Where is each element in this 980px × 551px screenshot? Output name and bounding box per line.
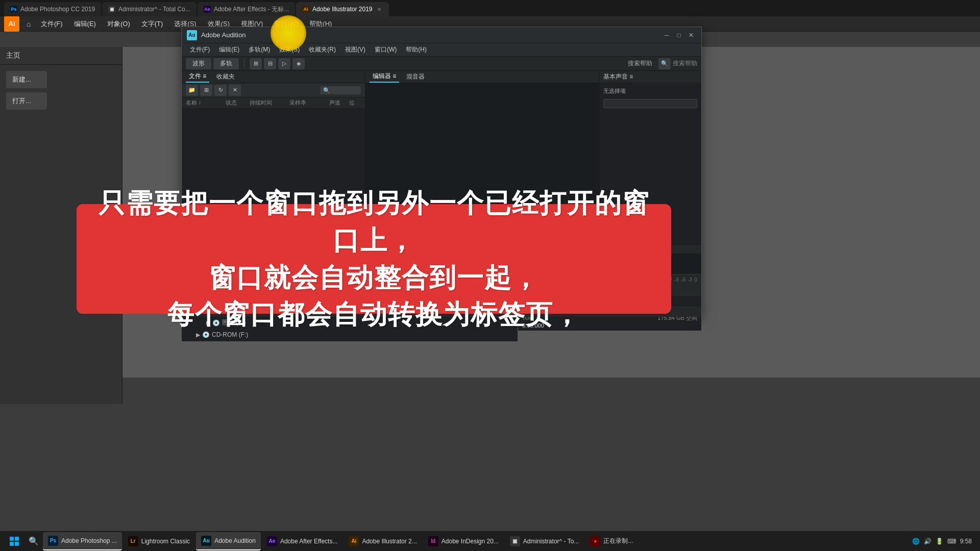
cursor-indicator <box>271 15 306 51</box>
ai-open-button[interactable]: 打开... <box>6 92 47 110</box>
taskbar-photoshop[interactable]: Ps Adobe Photoshop ... <box>43 532 122 550</box>
aud-menu-view[interactable]: 视图(V) <box>341 44 370 55</box>
aud-menu-multitrack[interactable]: 多轨(M) <box>244 44 274 55</box>
taskbar-ai-label: Adobe Illustrator 2... <box>362 538 416 545</box>
taskbar-ps-icon: Ps <box>48 536 58 546</box>
properties-subtitle: 无选择项 <box>603 87 697 95</box>
taskbar-audition[interactable]: Au Adobe Audition <box>196 532 261 550</box>
overlay-box: 只需要把一个窗口拖到另外一个已经打开的窗口上， 窗口就会自动整合到一起， 每个窗… <box>77 204 671 314</box>
ae-icon: Ae <box>204 6 211 13</box>
ai-panel-buttons: 新建... 打开... <box>0 65 122 116</box>
ai-tab-icon: Ai <box>302 6 309 13</box>
audition-toolbar: 波形 多轨 ⊞ ⊟ ▷ ◈ 搜索帮助 🔍 搜索帮助 <box>182 57 701 71</box>
tab-illustrator[interactable]: Ai Adobe Illustrator 2019 ✕ <box>296 2 388 16</box>
col-bits: 位 <box>349 99 361 107</box>
taskbar-recording[interactable]: ● 正在录制... <box>585 532 646 550</box>
taskbar-search-button[interactable]: 🔍 <box>24 532 43 550</box>
tab-close-btn[interactable]: ✕ <box>376 6 383 13</box>
ai-home-icon[interactable]: ⌂ <box>22 18 35 30</box>
aud-menu-window[interactable]: 窗口(W) <box>371 44 401 55</box>
toolbar-waveform[interactable]: 波形 <box>186 58 211 69</box>
taskbar-keyboard-icon: ⌨ <box>947 538 956 545</box>
toolbar-btn-1[interactable]: ⊞ <box>250 58 262 69</box>
taskbar-ps-label: Adobe Photoshop ... <box>61 537 117 544</box>
db-label-0: 0 <box>694 277 697 283</box>
taskbar-aftereffects[interactable]: Ae Adobe After Effects... <box>262 532 343 550</box>
toolbar-multitrack[interactable]: 多轨 <box>213 58 239 69</box>
favorites-tab[interactable]: 收藏夹 <box>213 71 238 82</box>
taskbar-time-value: 9:58 <box>960 538 972 545</box>
taskbar-apps: Ps Adobe Photoshop ... Lr Lightroom Clas… <box>43 532 912 550</box>
toolbar-label-left: 搜索帮助 <box>673 59 697 68</box>
ai-new-button[interactable]: 新建... <box>6 71 47 88</box>
maximize-button[interactable]: □ <box>674 30 684 40</box>
editor-tab[interactable]: 编辑器 ≡ <box>370 71 399 83</box>
tab-totalcmd[interactable]: ▣ Administrator^ - Total Co... <box>102 2 197 16</box>
taskbar-illustrator[interactable]: Ai Adobe Illustrator 2... <box>344 532 422 550</box>
toolbar-btn-4[interactable]: ◈ <box>292 58 305 69</box>
taskbar-lr-label: Lightroom Classic <box>141 538 190 545</box>
taskbar-totalcmd[interactable]: ▣ Administrator^ - To... <box>505 532 584 550</box>
properties-input[interactable] <box>603 99 697 108</box>
files-panel-tabs: 文件 ≡ 收藏夹 <box>182 71 365 83</box>
taskbar-au-label: Adobe Audition <box>214 537 256 544</box>
tab-totalcmd-label: Administrator^ - Total Co... <box>118 6 190 13</box>
col-channels: 声道 <box>329 99 349 107</box>
audition-menubar: 文件(F) 编辑(E) 多轨(M) 效果(S) 收藏夹(R) 视图(V) 窗口(… <box>182 43 701 57</box>
toolbar-btn-3[interactable]: ▷ <box>278 58 290 69</box>
windows-logo-icon <box>9 536 19 546</box>
overlay-text: 只需要把一个窗口拖到另外一个已经打开的窗口上， 窗口就会自动整合到一起， 每个窗… <box>97 185 651 333</box>
files-search-input[interactable] <box>320 86 361 94</box>
taskbar-rec-icon: ● <box>590 536 600 546</box>
minimize-button[interactable]: ─ <box>662 30 672 40</box>
aud-menu-edit[interactable]: 编辑(E) <box>215 44 243 55</box>
search-icon[interactable]: 🔍 <box>658 58 671 69</box>
properties-header: 基本声音 ≡ <box>599 71 701 83</box>
tab-photoshop[interactable]: Ps Adobe Photoshop CC 2019 <box>4 2 101 16</box>
browser-tab-bar: Ps Adobe Photoshop CC 2019 ▣ Administrat… <box>0 0 980 16</box>
close-button[interactable]: ✕ <box>686 30 696 40</box>
files-header: 名称 ↑ 状态 持续时间 采样率 声道 位 <box>182 97 365 109</box>
start-button[interactable] <box>4 531 24 552</box>
taskbar-indesign[interactable]: Id Adobe InDesign 20... <box>423 532 504 550</box>
files-btn-4[interactable]: ✕ <box>229 85 241 96</box>
aud-menu-favorites[interactable]: 收藏夹(R) <box>305 44 340 55</box>
totalcmd-icon: ▣ <box>108 6 115 13</box>
taskbar-battery-icon: 🔋 <box>936 538 943 545</box>
ai-logo: Ai <box>4 16 19 32</box>
svg-rect-0 <box>10 537 14 541</box>
toolbar-search-label: 搜索帮助 <box>628 59 652 68</box>
aud-menu-file[interactable]: 文件(F) <box>186 44 214 55</box>
taskbar-id-label: Adobe InDesign 20... <box>442 538 499 545</box>
svg-rect-1 <box>15 537 19 541</box>
db-label-neg6: -6 <box>681 277 685 283</box>
col-name: 名称 ↑ <box>186 99 226 107</box>
files-toolbar: 📁 ⊞ ↻ ✕ <box>182 83 365 97</box>
audition-logo: Au <box>187 30 197 40</box>
mixer-tab[interactable]: 混音器 <box>403 71 428 82</box>
editor-header: 编辑器 ≡ 混音器 <box>365 71 599 83</box>
col-samplerate: 采样率 <box>289 99 329 107</box>
tab-aftereffects-label: Adobe After Effects - 无标... <box>214 5 289 14</box>
toolbar-btn-2[interactable]: ⊟ <box>264 58 276 69</box>
files-btn-1[interactable]: 📁 <box>186 85 198 96</box>
ai-menu-edit[interactable]: 编辑(E) <box>69 18 101 30</box>
taskbar-lightroom[interactable]: Lr Lightroom Classic <box>123 532 195 550</box>
ai-menu-text[interactable]: 文字(T) <box>136 18 168 30</box>
aud-menu-help[interactable]: 帮助(H) <box>402 44 431 55</box>
taskbar-au-icon: Au <box>201 536 211 546</box>
files-btn-2[interactable]: ⊞ <box>200 85 212 96</box>
ai-menu-object[interactable]: 对象(O) <box>102 18 135 30</box>
taskbar-ae-icon: Ae <box>267 536 277 546</box>
taskbar-rec-label: 正在录制... <box>603 537 633 545</box>
files-tab[interactable]: 文件 ≡ <box>186 71 209 83</box>
files-btn-3[interactable]: ↻ <box>214 85 227 96</box>
tab-aftereffects[interactable]: Ae Adobe After Effects - 无标... <box>198 2 295 16</box>
properties-title: 基本声音 ≡ <box>603 72 633 81</box>
toolbar-separator <box>244 59 244 69</box>
taskbar-right: 🌐 🔊 🔋 ⌨ 9:58 <box>912 538 976 545</box>
files-search <box>243 86 361 94</box>
taskbar-totalcmd-label: Administrator^ - To... <box>523 538 579 545</box>
svg-rect-3 <box>15 542 19 546</box>
ai-menu-file[interactable]: 文件(F) <box>36 18 68 30</box>
